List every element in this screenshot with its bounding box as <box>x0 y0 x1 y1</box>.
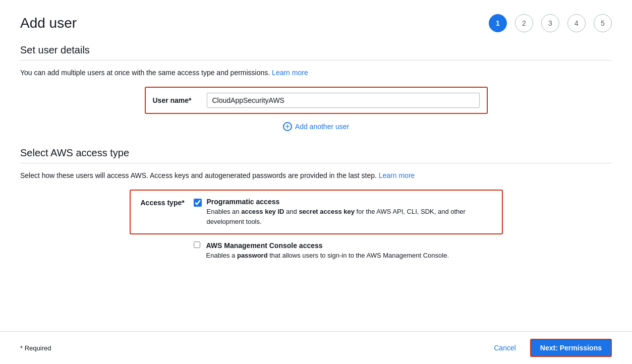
steps-row: 1 2 3 4 5 <box>489 14 612 32</box>
user-name-row: User name* <box>20 87 612 114</box>
set-user-details-title: Set user details <box>20 44 612 56</box>
console-access-text: AWS Management Console access Enables a … <box>206 241 449 261</box>
plus-icon: + <box>283 122 292 131</box>
access-type-learn-more[interactable]: Learn more <box>379 171 415 179</box>
access-type-label: Access type* <box>141 198 189 207</box>
step-5[interactable]: 5 <box>594 14 612 32</box>
step-1[interactable]: 1 <box>489 14 507 32</box>
step-3[interactable]: 3 <box>541 14 559 32</box>
user-name-label: User name* <box>153 96 201 104</box>
set-user-details-description: You can add multiple users at once with … <box>20 69 612 77</box>
user-name-box: User name* <box>145 87 488 114</box>
programmatic-access-desc: Enables an access key ID and secret acce… <box>207 207 492 226</box>
divider-2 <box>20 163 612 163</box>
step-2[interactable]: 2 <box>515 14 533 32</box>
programmatic-access-text: Programmatic access Enables an access ke… <box>207 198 492 226</box>
footer-actions: Cancel Next: Permissions <box>488 339 612 357</box>
page-title: Add user <box>20 15 77 31</box>
access-type-title: Select AWS access type <box>20 147 612 159</box>
cancel-button[interactable]: Cancel <box>488 341 522 355</box>
access-type-box: Access type* Programmatic access Enables… <box>130 190 503 234</box>
programmatic-access-checkbox[interactable] <box>194 199 202 207</box>
console-access-checkbox[interactable] <box>194 241 200 248</box>
add-another-user-button[interactable]: + Add another user <box>283 122 349 131</box>
user-name-input[interactable] <box>207 93 480 108</box>
next-permissions-button[interactable]: Next: Permissions <box>530 339 612 357</box>
programmatic-access-item: Access type* Programmatic access Enables… <box>141 198 492 226</box>
add-another-label: Add another user <box>295 123 349 131</box>
access-type-description: Select how these users will access AWS. … <box>20 171 612 179</box>
programmatic-access-title: Programmatic access <box>207 198 492 206</box>
set-user-details-section: Set user details You can add multiple us… <box>20 44 612 131</box>
add-another-row: + Add another user <box>20 122 612 131</box>
header-row: Add user 1 2 3 4 5 <box>20 14 612 32</box>
divider-1 <box>20 60 612 60</box>
step-4[interactable]: 4 <box>567 14 586 32</box>
console-access-desc: Enables a password that allows users to … <box>206 251 449 261</box>
console-access-item: AWS Management Console access Enables a … <box>130 234 503 268</box>
footer-bar: * Required Cancel Next: Permissions <box>0 331 632 364</box>
console-access-title: AWS Management Console access <box>206 241 449 250</box>
access-type-section: Select AWS access type Select how these … <box>20 147 612 268</box>
required-note: * Required <box>20 344 51 352</box>
set-user-details-learn-more[interactable]: Learn more <box>272 69 308 77</box>
